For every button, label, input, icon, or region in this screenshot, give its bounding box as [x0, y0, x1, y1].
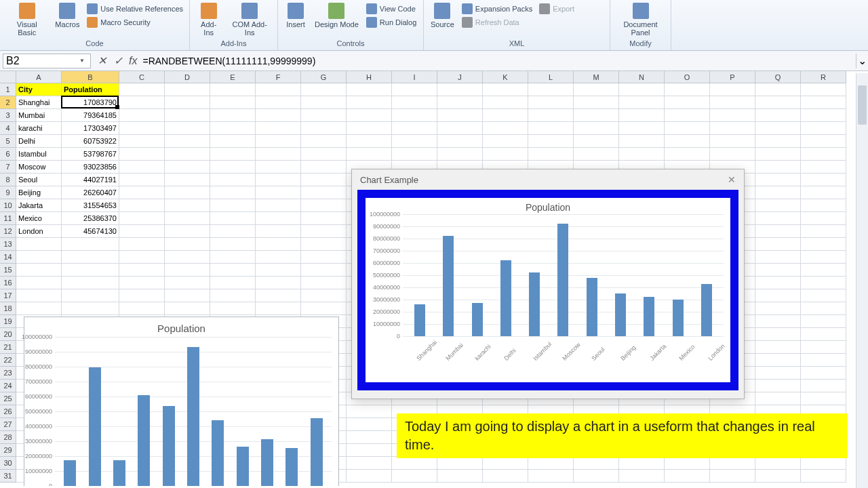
cell[interactable] — [210, 148, 256, 161]
cell[interactable] — [347, 405, 392, 418]
cell[interactable]: City — [16, 83, 62, 96]
cell[interactable] — [301, 186, 347, 199]
cell[interactable] — [210, 109, 256, 122]
formula-input[interactable] — [140, 54, 856, 68]
row-header-6[interactable]: 6 — [0, 148, 16, 161]
cell[interactable] — [574, 457, 619, 470]
com-addins-button[interactable]: COM Add-Ins — [226, 1, 273, 38]
cell[interactable] — [437, 122, 483, 135]
cell[interactable] — [528, 109, 574, 122]
row-header-3[interactable]: 3 — [0, 109, 16, 122]
embedded-chart[interactable]: Population 01000000020000000300000004000… — [24, 317, 339, 486]
cell[interactable]: 17303497 — [62, 122, 119, 135]
cell[interactable] — [392, 122, 437, 135]
cell[interactable] — [301, 122, 347, 135]
cell[interactable] — [165, 302, 210, 315]
select-all-corner[interactable] — [0, 71, 16, 83]
cell[interactable] — [801, 212, 846, 225]
row-header-16[interactable]: 16 — [0, 277, 16, 289]
cell[interactable] — [301, 199, 347, 212]
run-dialog-button[interactable]: Run Dialog — [364, 16, 418, 28]
cell[interactable] — [301, 148, 347, 161]
row-header-14[interactable]: 14 — [0, 251, 16, 264]
cell[interactable] — [801, 251, 846, 264]
cell[interactable] — [801, 264, 846, 277]
cell[interactable] — [755, 354, 801, 367]
cell[interactable] — [574, 148, 619, 161]
row-header-1[interactable]: 1 — [0, 83, 16, 96]
column-header-E[interactable]: E — [210, 71, 256, 83]
cell[interactable] — [755, 392, 801, 405]
cell[interactable] — [710, 470, 755, 483]
row-header-5[interactable]: 5 — [0, 135, 16, 148]
cell[interactable] — [619, 457, 665, 470]
cell[interactable] — [574, 96, 619, 109]
row-header-25[interactable]: 25 — [0, 392, 16, 405]
expansion-packs-button[interactable]: Expansion Packs — [460, 3, 534, 15]
cell[interactable] — [119, 225, 165, 238]
cell[interactable] — [392, 148, 437, 161]
cell[interactable] — [62, 289, 119, 302]
cell[interactable] — [165, 199, 210, 212]
cell[interactable] — [210, 302, 256, 315]
cell[interactable] — [119, 96, 165, 109]
column-header-G[interactable]: G — [301, 71, 347, 83]
row-header-24[interactable]: 24 — [0, 380, 16, 392]
cell[interactable] — [619, 109, 665, 122]
cell[interactable] — [301, 289, 347, 302]
row-header-2[interactable]: 2 — [0, 96, 16, 109]
cell[interactable] — [165, 135, 210, 148]
cell[interactable] — [437, 470, 483, 483]
cell[interactable] — [755, 135, 801, 148]
cell[interactable] — [301, 109, 347, 122]
column-header-M[interactable]: M — [574, 71, 619, 83]
cell[interactable]: 17083790 — [62, 96, 119, 109]
view-code-button[interactable]: View Code — [364, 3, 418, 15]
cell[interactable] — [210, 225, 256, 238]
row-header-20[interactable]: 20 — [0, 328, 16, 341]
cell[interactable] — [62, 238, 119, 251]
cell[interactable] — [483, 122, 528, 135]
cell[interactable] — [256, 277, 301, 289]
row-header-27[interactable]: 27 — [0, 418, 16, 431]
cell[interactable] — [392, 135, 437, 148]
row-header-9[interactable]: 9 — [0, 186, 16, 199]
enter-formula-button[interactable]: ✓ — [110, 54, 126, 68]
cell[interactable] — [801, 457, 846, 470]
cell[interactable] — [801, 148, 846, 161]
cell[interactable] — [210, 174, 256, 186]
note-textbox[interactable]: Today I am going to display a chart in a… — [397, 413, 848, 458]
cell[interactable] — [710, 109, 755, 122]
cell[interactable]: Moscow — [16, 161, 62, 174]
cell[interactable] — [119, 83, 165, 96]
userform-window[interactable]: Chart Example ✕ Population 0100000002000… — [351, 169, 745, 399]
cell[interactable] — [165, 289, 210, 302]
cell[interactable] — [755, 328, 801, 341]
cell[interactable] — [119, 148, 165, 161]
cell[interactable] — [165, 161, 210, 174]
cell[interactable] — [801, 315, 846, 328]
visual-basic-button[interactable]: Visual Basic — [4, 1, 50, 38]
cell[interactable] — [665, 96, 710, 109]
cell[interactable] — [801, 354, 846, 367]
cell[interactable] — [16, 302, 62, 315]
cell[interactable] — [755, 109, 801, 122]
cell[interactable] — [801, 122, 846, 135]
row-header-23[interactable]: 23 — [0, 367, 16, 380]
export-button[interactable]: Export — [537, 3, 576, 15]
cell[interactable] — [710, 148, 755, 161]
column-header-I[interactable]: I — [392, 71, 437, 83]
row-headers[interactable]: 1234567891011121314151617181920212223242… — [0, 83, 16, 483]
cell[interactable]: Population — [62, 83, 119, 96]
cell[interactable] — [119, 199, 165, 212]
row-header-12[interactable]: 12 — [0, 225, 16, 238]
cell[interactable] — [119, 238, 165, 251]
column-header-R[interactable]: R — [801, 71, 846, 83]
cell[interactable] — [347, 470, 392, 483]
row-header-15[interactable]: 15 — [0, 264, 16, 277]
cell[interactable]: 53798767 — [62, 148, 119, 161]
cell[interactable] — [256, 212, 301, 225]
cell[interactable] — [62, 264, 119, 277]
cell[interactable] — [574, 470, 619, 483]
cell[interactable]: 79364185 — [62, 109, 119, 122]
